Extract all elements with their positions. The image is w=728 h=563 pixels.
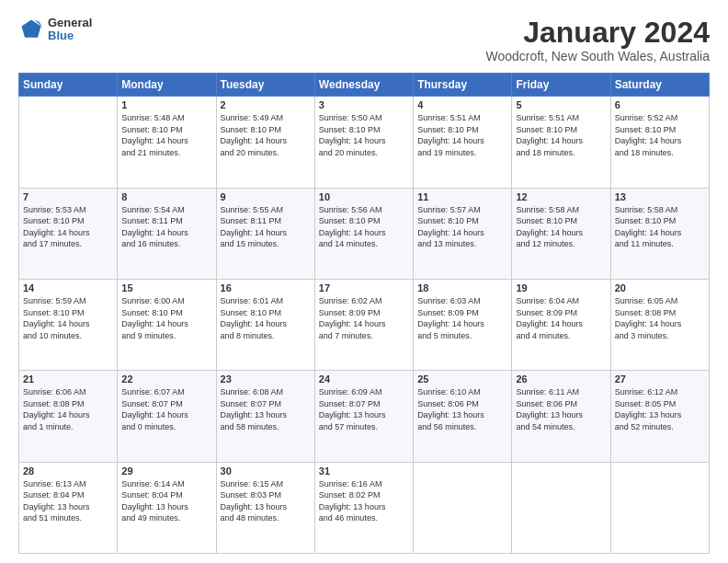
calendar-cell xyxy=(19,97,118,188)
day-info: Sunrise: 6:10 AM Sunset: 8:06 PM Dayligh… xyxy=(417,386,507,432)
calendar-cell: 29Sunrise: 6:14 AM Sunset: 8:04 PM Dayli… xyxy=(118,462,216,553)
day-info: Sunrise: 5:58 AM Sunset: 8:10 PM Dayligh… xyxy=(516,204,606,250)
calendar-cell: 25Sunrise: 6:10 AM Sunset: 8:06 PM Dayli… xyxy=(414,371,512,462)
day-number: 15 xyxy=(121,282,211,293)
calendar-cell: 21Sunrise: 6:06 AM Sunset: 8:08 PM Dayli… xyxy=(19,371,118,462)
day-info: Sunrise: 6:04 AM Sunset: 8:09 PM Dayligh… xyxy=(516,295,606,341)
calendar-cell: 5Sunrise: 5:51 AM Sunset: 8:10 PM Daylig… xyxy=(512,97,610,188)
day-info: Sunrise: 5:55 AM Sunset: 8:11 PM Dayligh… xyxy=(221,204,311,250)
header: General Blue January 2024 Woodcroft, New… xyxy=(18,17,710,63)
weekday-header-saturday: Saturday xyxy=(610,74,709,97)
day-info: Sunrise: 5:54 AM Sunset: 8:11 PM Dayligh… xyxy=(121,204,211,250)
calendar-cell: 28Sunrise: 6:13 AM Sunset: 8:04 PM Dayli… xyxy=(19,462,118,553)
day-number: 22 xyxy=(121,373,211,385)
day-number: 23 xyxy=(221,373,311,385)
day-number: 9 xyxy=(221,191,311,202)
day-info: Sunrise: 5:50 AM Sunset: 8:10 PM Dayligh… xyxy=(319,112,409,158)
day-number: 30 xyxy=(221,465,311,477)
calendar-cell: 6Sunrise: 5:52 AM Sunset: 8:10 PM Daylig… xyxy=(610,97,709,188)
day-number: 20 xyxy=(615,282,705,293)
logo-general: General xyxy=(48,17,92,29)
day-info: Sunrise: 5:53 AM Sunset: 8:10 PM Dayligh… xyxy=(23,204,113,250)
day-number: 10 xyxy=(319,191,409,202)
day-info: Sunrise: 6:07 AM Sunset: 8:07 PM Dayligh… xyxy=(121,386,211,432)
calendar-cell: 17Sunrise: 6:02 AM Sunset: 8:09 PM Dayli… xyxy=(314,279,413,370)
day-number: 8 xyxy=(121,191,211,202)
day-number: 3 xyxy=(319,99,409,110)
day-number: 26 xyxy=(516,373,606,385)
day-number: 18 xyxy=(417,282,507,293)
calendar-cell: 20Sunrise: 6:05 AM Sunset: 8:08 PM Dayli… xyxy=(610,279,709,370)
day-info: Sunrise: 6:14 AM Sunset: 8:04 PM Dayligh… xyxy=(121,478,211,524)
calendar-cell: 31Sunrise: 6:16 AM Sunset: 8:02 PM Dayli… xyxy=(314,462,413,553)
week-row-4: 21Sunrise: 6:06 AM Sunset: 8:08 PM Dayli… xyxy=(19,371,710,462)
day-info: Sunrise: 6:05 AM Sunset: 8:08 PM Dayligh… xyxy=(615,295,705,341)
day-info: Sunrise: 6:15 AM Sunset: 8:03 PM Dayligh… xyxy=(221,478,311,524)
weekday-header-wednesday: Wednesday xyxy=(314,74,413,97)
day-number: 7 xyxy=(23,191,113,202)
day-number: 13 xyxy=(615,191,705,202)
calendar-table: SundayMondayTuesdayWednesdayThursdayFrid… xyxy=(18,73,710,554)
day-info: Sunrise: 5:59 AM Sunset: 8:10 PM Dayligh… xyxy=(23,295,113,341)
logo-blue: Blue xyxy=(48,29,92,42)
week-row-1: 1Sunrise: 5:48 AM Sunset: 8:10 PM Daylig… xyxy=(19,97,710,188)
weekday-header-sunday: Sunday xyxy=(19,74,118,97)
calendar-cell: 12Sunrise: 5:58 AM Sunset: 8:10 PM Dayli… xyxy=(512,188,610,279)
day-info: Sunrise: 6:16 AM Sunset: 8:02 PM Dayligh… xyxy=(319,478,409,524)
day-info: Sunrise: 5:51 AM Sunset: 8:10 PM Dayligh… xyxy=(417,112,507,158)
day-info: Sunrise: 6:03 AM Sunset: 8:09 PM Dayligh… xyxy=(417,295,507,341)
calendar-title: January 2024 xyxy=(485,17,710,49)
day-info: Sunrise: 5:58 AM Sunset: 8:10 PM Dayligh… xyxy=(615,204,705,250)
day-info: Sunrise: 6:11 AM Sunset: 8:06 PM Dayligh… xyxy=(516,386,606,432)
calendar-cell: 1Sunrise: 5:48 AM Sunset: 8:10 PM Daylig… xyxy=(118,97,216,188)
calendar-cell: 26Sunrise: 6:11 AM Sunset: 8:06 PM Dayli… xyxy=(512,371,610,462)
day-number: 28 xyxy=(23,465,113,477)
day-number: 27 xyxy=(615,373,705,385)
calendar-cell xyxy=(414,462,512,553)
day-number: 5 xyxy=(516,99,606,110)
day-number: 1 xyxy=(121,99,211,110)
day-number: 14 xyxy=(23,282,113,293)
day-info: Sunrise: 6:06 AM Sunset: 8:08 PM Dayligh… xyxy=(23,386,113,432)
week-row-2: 7Sunrise: 5:53 AM Sunset: 8:10 PM Daylig… xyxy=(19,188,710,279)
calendar-cell: 24Sunrise: 6:09 AM Sunset: 8:07 PM Dayli… xyxy=(314,371,413,462)
calendar-cell: 16Sunrise: 6:01 AM Sunset: 8:10 PM Dayli… xyxy=(216,279,314,370)
calendar-cell: 8Sunrise: 5:54 AM Sunset: 8:11 PM Daylig… xyxy=(118,188,216,279)
day-number: 19 xyxy=(516,282,606,293)
weekday-header-friday: Friday xyxy=(512,74,610,97)
day-number: 6 xyxy=(615,99,705,110)
logo-text: General Blue xyxy=(48,17,92,43)
calendar-cell: 7Sunrise: 5:53 AM Sunset: 8:10 PM Daylig… xyxy=(19,188,118,279)
calendar-cell: 30Sunrise: 6:15 AM Sunset: 8:03 PM Dayli… xyxy=(216,462,314,553)
day-number: 31 xyxy=(319,465,409,477)
calendar-subtitle: Woodcroft, New South Wales, Australia xyxy=(485,49,710,63)
calendar-cell: 23Sunrise: 6:08 AM Sunset: 8:07 PM Dayli… xyxy=(216,371,314,462)
day-number: 11 xyxy=(417,191,507,202)
day-number: 29 xyxy=(121,465,211,477)
day-info: Sunrise: 6:13 AM Sunset: 8:04 PM Dayligh… xyxy=(23,478,113,524)
logo: General Blue xyxy=(18,17,92,43)
day-info: Sunrise: 6:02 AM Sunset: 8:09 PM Dayligh… xyxy=(319,295,409,341)
calendar-cell: 11Sunrise: 5:57 AM Sunset: 8:10 PM Dayli… xyxy=(414,188,512,279)
day-number: 25 xyxy=(417,373,507,385)
day-info: Sunrise: 5:52 AM Sunset: 8:10 PM Dayligh… xyxy=(615,112,705,158)
page: General Blue January 2024 Woodcroft, New… xyxy=(0,0,728,563)
calendar-cell: 3Sunrise: 5:50 AM Sunset: 8:10 PM Daylig… xyxy=(314,97,413,188)
calendar-cell xyxy=(512,462,610,553)
day-info: Sunrise: 5:57 AM Sunset: 8:10 PM Dayligh… xyxy=(417,204,507,250)
day-info: Sunrise: 5:56 AM Sunset: 8:10 PM Dayligh… xyxy=(319,204,409,250)
weekday-header-row: SundayMondayTuesdayWednesdayThursdayFrid… xyxy=(19,74,710,97)
day-info: Sunrise: 5:48 AM Sunset: 8:10 PM Dayligh… xyxy=(121,112,211,158)
day-info: Sunrise: 6:08 AM Sunset: 8:07 PM Dayligh… xyxy=(221,386,311,432)
calendar-cell: 14Sunrise: 5:59 AM Sunset: 8:10 PM Dayli… xyxy=(19,279,118,370)
calendar-cell: 19Sunrise: 6:04 AM Sunset: 8:09 PM Dayli… xyxy=(512,279,610,370)
day-number: 12 xyxy=(516,191,606,202)
day-number: 4 xyxy=(417,99,507,110)
calendar-cell: 18Sunrise: 6:03 AM Sunset: 8:09 PM Dayli… xyxy=(414,279,512,370)
logo-icon xyxy=(18,17,44,42)
day-number: 17 xyxy=(319,282,409,293)
calendar-cell: 10Sunrise: 5:56 AM Sunset: 8:10 PM Dayli… xyxy=(314,188,413,279)
calendar-cell: 22Sunrise: 6:07 AM Sunset: 8:07 PM Dayli… xyxy=(118,371,216,462)
calendar-cell: 9Sunrise: 5:55 AM Sunset: 8:11 PM Daylig… xyxy=(216,188,314,279)
calendar-cell: 13Sunrise: 5:58 AM Sunset: 8:10 PM Dayli… xyxy=(610,188,709,279)
